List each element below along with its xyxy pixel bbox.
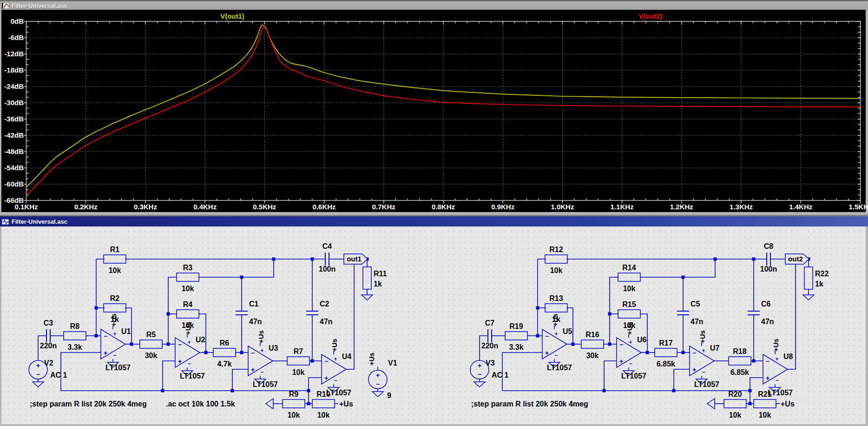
svg-text:−: −: [334, 377, 337, 384]
svg-text:3.3k: 3.3k: [67, 343, 82, 351]
svg-text:10k: 10k: [292, 368, 305, 376]
legend-vout1: V(out1): [220, 12, 244, 20]
schematic-window: Filter-Universal.asc R110kR21kR310kR410k…: [0, 215, 868, 426]
svg-text:U8: U8: [783, 353, 793, 360]
svg-text:6.85k: 6.85k: [657, 360, 675, 368]
waveform-titlebar[interactable]: Filter-Universal.asc: [0, 0, 868, 10]
svg-text:−: −: [554, 352, 558, 359]
svg-text:R13: R13: [549, 294, 563, 302]
svg-text:R17: R17: [659, 339, 672, 347]
svg-text:out1: out1: [347, 255, 362, 263]
legend-vout2: V(out2): [638, 12, 663, 20]
supply-label: +Us: [330, 339, 338, 352]
us-label-+Us[interactable]: +Us: [781, 400, 795, 408]
svg-text:10k: 10k: [288, 411, 300, 419]
svg-text:-42dB: -42dB: [4, 131, 24, 139]
svg-text:+: +: [692, 366, 696, 373]
svg-text:+: +: [251, 366, 255, 373]
svg-text:-24dB: -24dB: [4, 82, 24, 90]
svg-text:1.1KHz: 1.1KHz: [611, 203, 634, 211]
supply-label: +Us: [110, 313, 118, 326]
svg-text:1.2KHz: 1.2KHz: [670, 203, 693, 211]
svg-text:R19: R19: [509, 322, 523, 330]
port-out-out2[interactable]: out2: [785, 254, 809, 264]
svg-text:0.9KHz: 0.9KHz: [491, 203, 514, 211]
svg-text:U3: U3: [269, 344, 278, 352]
svg-text:LT1057: LT1057: [180, 372, 205, 380]
svg-text:U4: U4: [342, 353, 352, 360]
svg-text:0.4KHz: 0.4KHz: [193, 203, 217, 211]
svg-text:47n: 47n: [249, 318, 262, 326]
svg-text:LT1057: LT1057: [621, 372, 646, 380]
svg-text:C6: C6: [761, 300, 771, 308]
svg-text:+: +: [104, 349, 107, 357]
svg-text:+: +: [376, 372, 380, 379]
svg-text:C4: C4: [322, 242, 332, 250]
waveform-doc-icon: [2, 3, 9, 9]
svg-text:+: +: [324, 374, 328, 382]
svg-text:AC 1: AC 1: [50, 371, 67, 379]
svg-text:3.3k: 3.3k: [509, 343, 523, 351]
svg-text:-60dB: -60dB: [4, 180, 24, 188]
svg-text:0.7KHz: 0.7KHz: [372, 203, 395, 211]
svg-text:V2: V2: [44, 359, 53, 367]
svg-text:R20: R20: [728, 390, 742, 398]
svg-text:+: +: [36, 362, 40, 369]
svg-text:+: +: [775, 356, 778, 362]
svg-text:+: +: [619, 358, 623, 365]
svg-text:−: −: [260, 369, 263, 375]
spice-directive-dir1[interactable]: ;step param R list 20k 250k 4meg: [30, 400, 147, 408]
supply-label: +Us: [257, 330, 265, 343]
svg-text:+Us: +Us: [339, 400, 353, 408]
svg-text:−: −: [251, 349, 255, 357]
svg-text:C1: C1: [249, 300, 259, 308]
svg-text:10k: 10k: [759, 411, 771, 419]
svg-text:30k: 30k: [145, 352, 158, 359]
schematic-titlebar[interactable]: Filter-Universal.asc: [0, 215, 868, 226]
svg-text:−: −: [324, 358, 328, 365]
spice-directive-dir1[interactable]: ;step param R list 20k 250k 4meg: [471, 400, 588, 408]
svg-text:−: −: [545, 333, 549, 340]
svg-text:0.6KHz: 0.6KHz: [313, 203, 336, 211]
supply-label: +Us: [772, 339, 780, 352]
svg-text:LT1057: LT1057: [105, 364, 131, 372]
svg-text:R22: R22: [815, 270, 829, 278]
svg-text:LT1057: LT1057: [547, 364, 572, 372]
supply-label: +Us: [698, 330, 706, 343]
svg-text:1.0KHz: 1.0KHz: [551, 203, 574, 211]
svg-text:-18dB: -18dB: [4, 66, 24, 74]
schematic-canvas[interactable]: R110kR21kR310kR410kR530kR64.7kR710kR83.3…: [0, 226, 868, 426]
svg-text:−: −: [376, 380, 380, 388]
svg-text:10k: 10k: [109, 266, 121, 274]
svg-text:R7: R7: [294, 347, 303, 355]
svg-text:100n: 100n: [319, 265, 335, 273]
port-out-out1[interactable]: out1: [344, 254, 368, 264]
svg-text:U5: U5: [563, 327, 572, 335]
waveform-window-title: Filter-Universal.asc: [12, 2, 67, 9]
svg-text:C5: C5: [690, 300, 700, 308]
svg-text:47n: 47n: [761, 318, 774, 326]
svg-text:100n: 100n: [760, 265, 777, 273]
spice-directive-dir2[interactable]: .ac oct 10k 100 1.5k: [166, 400, 235, 408]
svg-text:R4: R4: [183, 300, 193, 308]
svg-text:−: −: [178, 341, 182, 348]
svg-text:+: +: [178, 358, 182, 365]
svg-text:1.3KHz: 1.3KHz: [730, 203, 753, 211]
svg-text:0.3KHz: 0.3KHz: [134, 203, 157, 211]
svg-text:C7: C7: [485, 319, 495, 327]
svg-text:-12dB: -12dB: [4, 50, 24, 58]
svg-text:−: −: [36, 371, 40, 378]
schematic-window-title: Filter-Universal.asc: [12, 218, 67, 225]
svg-text:+: +: [554, 331, 558, 337]
supply-label: +Us: [184, 322, 192, 335]
svg-text:+Us: +Us: [781, 400, 795, 408]
svg-text:+: +: [766, 374, 769, 382]
svg-text:LT1057: LT1057: [768, 389, 793, 397]
svg-text:−: −: [692, 349, 696, 357]
waveform-plot-canvas[interactable]: 0dB-6dB-12dB-18dB-24dB-30dB-36dB-42dB-48…: [0, 10, 868, 215]
us-label-+Us[interactable]: +Us: [339, 400, 353, 408]
svg-text:47n: 47n: [690, 318, 704, 326]
svg-text:−: −: [104, 333, 107, 340]
svg-text:-6dB: -6dB: [8, 33, 24, 41]
svg-text:−: −: [629, 360, 632, 367]
